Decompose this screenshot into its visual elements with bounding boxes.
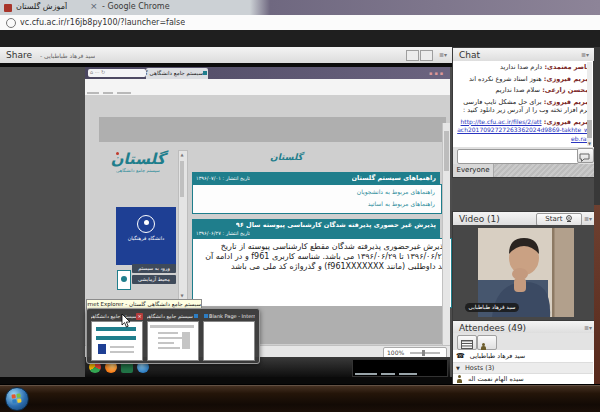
scroll-thumb[interactable]: [180, 161, 184, 197]
ie-page-scrollbar[interactable]: [442, 123, 450, 373]
share-pod-title: Share: [6, 50, 32, 60]
professors-guides-link[interactable]: راهنماهای مربوط به اساتید: [368, 200, 435, 207]
chat-message-list: ناصر معتمدیدارم صدا ندارید مریم فیروزیهن…: [452, 61, 594, 147]
guides-box-header: راهنماهای سیستم گلستان تاریخ انتشار : ۱۳…: [192, 172, 440, 184]
ie-tab: سیستم جامع دانشگاهی گلستان: [146, 68, 208, 79]
chat-send-button[interactable]: [577, 148, 594, 163]
chat-input[interactable]: [457, 149, 579, 164]
chat-message: مریم فیروزیhttp://te.cfu.ac.ir/files/2/a…: [457, 118, 589, 144]
share-layout-toggle-2-icon[interactable]: [420, 50, 433, 61]
preview-thumb-blank[interactable]: Blank Page - Internet Explorer: [203, 312, 255, 359]
page-scroll-strip[interactable]: [594, 47, 600, 205]
collapse-triangle-icon[interactable]: ▼: [456, 365, 460, 371]
windows-taskbar: W X FA ▲ 10:07 AM 9/20/2017: [0, 384, 600, 412]
ie-favicon-icon: [204, 314, 208, 318]
ie-favicon-icon: [194, 314, 198, 318]
students-guides-link[interactable]: راهنماهای مربوط به دانشجویان: [357, 188, 435, 195]
chat-tabs-row: Everyone: [452, 164, 596, 178]
url-text[interactable]: vc.cfu.ac.ir/r16jb8py100/?launcher=false: [20, 18, 185, 27]
chat-message: ناصر معتمدیدارم صدا ندارید: [457, 63, 589, 72]
university-emblem-box: دانشگاه فرهنگیان: [116, 207, 176, 265]
attendee-status-view-icon[interactable]: [477, 335, 497, 350]
admission-announcement: پذیرش غیرحضوری پذیرفته شدگان مقطع کارشنا…: [192, 238, 452, 308]
chat-message: مریم فیروزیهنوز استاد شروع نکرده اند: [457, 75, 589, 84]
shared-screen: ⌂ ··· ↻ سیستم جامع دانشگاهی گلستان ▪▪▪ گ…: [85, 67, 450, 377]
golestan-mini-logo-icon: [117, 270, 131, 290]
attendees-title: Attendees (49): [459, 323, 526, 333]
guides-box: راهنماهای مربوط به دانشجویان راهنماهای م…: [192, 184, 442, 214]
ie-menu-bar: [85, 79, 450, 96]
preview-thumb-golestan-2[interactable]: سیستم جامع دانشگاهی گلستان - مو: [147, 312, 199, 359]
share-pod-menu-icon[interactable]: ≣▾: [437, 50, 449, 59]
shared-tray: [352, 359, 448, 377]
share-pod-header: Share سید فرهاد طباطبایی - ≣▾: [0, 47, 452, 64]
tab-close-icon[interactable]: ×: [90, 1, 98, 11]
video-name-tag: سید فرهاد طباطبایی: [465, 303, 519, 312]
page-info-icon[interactable]: [6, 18, 16, 28]
screen: آموزش گلستان × - Google Chrome vc.cfu.ac…: [0, 0, 600, 412]
connect-toolbar: Adobe Meeting ▼ ▼ ▼ Help: [0, 30, 600, 47]
share-stage: ⌂ ··· ↻ سیستم جامع دانشگاهی گلستان ▪▪▪ گ…: [0, 63, 452, 384]
ie-titlebar: ⌂ ··· ↻ سیستم جامع دانشگاهی گلستان ▪▪▪: [85, 67, 450, 79]
zoom-slider-track[interactable]: [410, 352, 440, 354]
attendees-pod-menu-icon[interactable]: ≣▾: [582, 323, 594, 332]
scroll-down-icon[interactable]: ▼: [179, 293, 185, 298]
video-title: Video (1): [459, 214, 500, 224]
video-pod-menu-icon[interactable]: ≣▾: [582, 214, 594, 223]
share-layout-toggle-1-icon[interactable]: [406, 50, 419, 61]
test-environment-button[interactable]: محیط آزمایشی: [132, 275, 176, 284]
taskbar-preview-popup: سیستم جامع دانشگاهی گلستان - سی × سیستم …: [86, 308, 260, 364]
chat-scroll-down-icon[interactable]: ▼: [587, 141, 592, 146]
censored-region-top: [99, 117, 446, 142]
ie-window-buttons-icon: ▪▪▪: [429, 70, 445, 76]
chat-pod-menu-icon[interactable]: ≣▾: [579, 50, 591, 59]
admission-box-header: پذیرش غیر حضوری پذیرفته شدگان کارشناسی پ…: [192, 219, 440, 238]
tab-favicon-icon: [4, 4, 12, 12]
ie-tab-favicon-icon: [203, 71, 207, 75]
chat-title: Chat: [459, 50, 480, 60]
chat-scrollbar[interactable]: ▼: [587, 62, 592, 146]
scroll-up-icon[interactable]: ▲: [179, 152, 185, 157]
thumb-close-icon[interactable]: ×: [136, 313, 143, 320]
frame-scrollbar[interactable]: ▲ ▼: [178, 150, 188, 300]
browser-titlebar: آموزش گلستان × - Google Chrome: [0, 0, 600, 15]
attendee-list-view-icon[interactable]: [457, 335, 477, 350]
window-title-suffix: - Google Chrome: [102, 2, 170, 11]
letterbox-bottom: [0, 377, 452, 384]
host-icon: [456, 375, 463, 383]
chat-input-row: [452, 147, 596, 164]
login-button[interactable]: ورود به سیستم: [132, 264, 176, 273]
chat-message: محسن زارعیسلام صدا نداریم: [457, 86, 589, 95]
browser-tab[interactable]: آموزش گلستان: [16, 2, 67, 11]
attendees-toolbar: [452, 333, 596, 350]
video-pod-body: سید فرهاد طباطبایی: [452, 225, 596, 320]
golestan-logo: گلستان سیستم جامع دانشگاهی: [98, 150, 178, 188]
start-button[interactable]: [5, 387, 29, 411]
share-presenter-name: سید فرهاد طباطبایی -: [40, 52, 95, 59]
preview-thumb-golestan-1[interactable]: سیستم جامع دانشگاهی گلستان - سی ×: [91, 312, 143, 359]
frame-logo: گلستان: [270, 152, 303, 162]
everyone-tab[interactable]: Everyone: [453, 164, 494, 177]
mouse-cursor-icon: [121, 313, 131, 332]
desktop-edge-strip: [594, 205, 600, 384]
phone-icon: ☎: [456, 352, 465, 360]
url-bar[interactable]: vc.cfu.ac.ir/r16jb8py100/?launcher=false: [0, 15, 600, 31]
chat-message: مریم فیروزیبرای حل مشکل تایپ فارسی نرم ا…: [457, 98, 589, 115]
attendees-list: ☎ سید فرهاد طباطبایی ▼ Hosts (3) سیده ال…: [452, 350, 596, 384]
attendee-row[interactable]: ☎ سید فرهاد طباطبایی: [453, 350, 593, 362]
university-emblem-icon: [137, 215, 155, 233]
ie-address-bar: ⌂ ··· ↻: [88, 69, 146, 77]
zoom-slider-knob[interactable]: [422, 350, 425, 356]
